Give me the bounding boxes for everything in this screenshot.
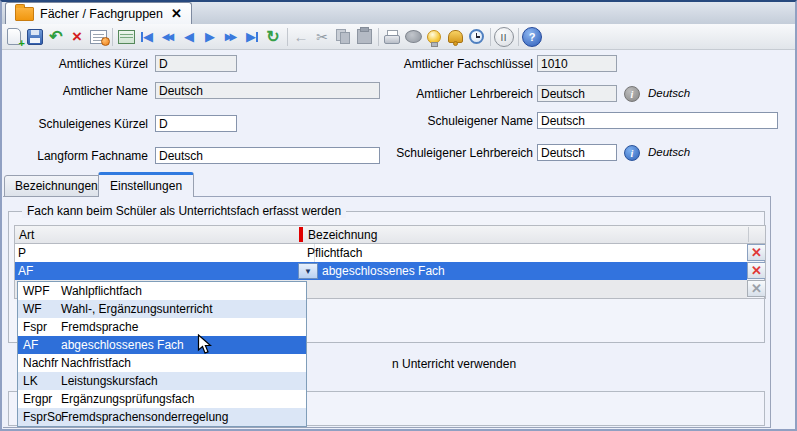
save-button[interactable] xyxy=(25,27,45,47)
amtlicher-lehrbereich-field[interactable] xyxy=(537,85,617,102)
nav-last-button[interactable]: ▶ xyxy=(242,27,262,47)
dropdown-item-fsprso[interactable]: FsprSo Fremdsprachensonderregelung xyxy=(18,408,306,426)
print-button[interactable] xyxy=(382,27,402,47)
toolbar-separator xyxy=(518,28,519,46)
partial-label-unterricht: n Unterricht verwenden xyxy=(392,357,516,371)
double-left-icon: ◀◀ xyxy=(162,32,174,42)
bell-icon xyxy=(448,30,463,43)
art-combobox-button[interactable]: ▼ xyxy=(298,263,318,279)
grid-header: Art Bezeichnung xyxy=(14,225,766,244)
hint-button[interactable] xyxy=(424,27,444,47)
nav-next-button[interactable]: ▶ xyxy=(200,27,220,47)
dropdown-item-nachfr[interactable]: Nachfr Nachfristfach xyxy=(18,354,306,372)
refresh-button[interactable]: ↻ xyxy=(263,27,283,47)
dropdown-item-wf[interactable]: WF Wahl-, Ergänzungsunterricht xyxy=(18,300,306,318)
options-button[interactable]: || xyxy=(494,27,514,47)
groupbox-title: Fach kann beim Schüler als Unterrichtsfa… xyxy=(22,204,346,218)
close-icon[interactable]: ✕ xyxy=(171,7,182,20)
art-dropdown-list: WPF Wahlpflichtfach WF Wahl-, Ergänzungs… xyxy=(17,281,307,427)
nav-prev-fast-button[interactable]: ◀◀ xyxy=(158,27,178,47)
schuleigener-name-field[interactable] xyxy=(537,112,778,129)
cell-bezeichnung[interactable]: abgeschlossenes Fach xyxy=(322,264,445,278)
scissors-icon: ✂ xyxy=(316,30,328,44)
help-button[interactable]: ? xyxy=(522,27,542,47)
schuleigenes-kuerzel-field[interactable] xyxy=(155,115,237,132)
cancel-edit-button[interactable] xyxy=(88,27,108,47)
dropdown-item-af-highlighted[interactable]: AF abgeschlossenes Fach xyxy=(18,336,306,354)
toolbar-separator xyxy=(490,28,491,46)
question-icon: ? xyxy=(529,31,536,43)
snapshot-button[interactable] xyxy=(403,27,423,47)
panel-right-border xyxy=(770,197,771,427)
label-amtlicher-lehrbereich: Amtlicher Lehrbereich xyxy=(380,87,533,101)
dropdown-item-wpf[interactable]: WPF Wahlpflichtfach xyxy=(18,282,306,300)
table-row-selected[interactable]: AF abgeschlossenes Fach xyxy=(14,262,747,280)
form-icon xyxy=(90,30,107,44)
cell-art[interactable]: P xyxy=(18,246,26,260)
left-triangle-icon: ◀ xyxy=(184,30,194,43)
label-schuleigener-lehrbereich: Schuleigener Lehrbereich xyxy=(380,146,533,160)
toolbar-separator xyxy=(287,28,288,46)
reminder-button[interactable] xyxy=(466,27,486,47)
info-icon-gray[interactable]: i xyxy=(624,86,640,102)
undo-icon: ↶ xyxy=(49,29,62,45)
amtlicher-lehrbereich-note: Deutsch xyxy=(648,87,690,99)
panel-bottom-border xyxy=(3,427,771,428)
toolbar-separator xyxy=(378,28,379,46)
nav-prev-button[interactable]: ◀ xyxy=(179,27,199,47)
schuleigener-lehrbereich-field[interactable] xyxy=(537,144,617,161)
delete-row-button[interactable]: ✕ xyxy=(747,244,766,261)
paste-icon xyxy=(357,29,372,44)
tab-einstellungen[interactable]: Einstellungen xyxy=(98,172,194,197)
new-record-button[interactable]: + xyxy=(4,27,24,47)
delete-icon: × xyxy=(72,28,82,45)
undo-button[interactable]: ↶ xyxy=(46,27,66,47)
column-marker-red xyxy=(299,227,303,242)
label-amtliches-kuerzel: Amtliches Kürzel xyxy=(0,57,148,71)
label-schuleigenes-kuerzel: Schuleigenes Kürzel xyxy=(0,117,148,131)
copy-icon xyxy=(336,29,351,44)
delete-button[interactable]: × xyxy=(67,27,87,47)
notification-button[interactable] xyxy=(445,27,465,47)
nav-first-button[interactable]: ◀ xyxy=(137,27,157,47)
delete-row-button[interactable]: ✕ xyxy=(747,262,766,279)
label-amtlicher-fachschluessel: Amtlicher Fachschlüssel xyxy=(380,57,533,71)
refresh-icon: ↻ xyxy=(266,29,279,45)
right-triangle-icon: ▶ xyxy=(205,30,215,43)
lightbulb-icon xyxy=(427,30,441,44)
dropdown-item-lk[interactable]: LK Leistungskursfach xyxy=(18,372,306,390)
save-icon xyxy=(27,29,43,45)
table-view-button[interactable] xyxy=(116,27,136,47)
info-icon-blue[interactable]: i xyxy=(624,145,640,161)
paste-button[interactable] xyxy=(354,27,374,47)
dropdown-item-ergpr[interactable]: Ergpr Ergänzungsprüfungsfach xyxy=(18,390,306,408)
label-amtlicher-name: Amtlicher Name xyxy=(0,84,148,98)
history-back-button[interactable]: ← xyxy=(291,27,311,47)
dropdown-item-fspr[interactable]: Fspr Fremdsprache xyxy=(18,318,306,336)
tab-faecher-fachgruppen[interactable]: Fächer / Fachgruppen ✕ xyxy=(5,2,192,24)
langform-fachname-field[interactable] xyxy=(155,147,380,164)
amtlicher-name-field[interactable] xyxy=(155,82,380,99)
tab-bezeichnungen[interactable]: Bezeichnungen xyxy=(4,175,109,197)
nav-next-fast-button[interactable]: ▶▶ xyxy=(221,27,241,47)
amtliches-kuerzel-field[interactable] xyxy=(155,55,237,72)
nav-first-icon: ◀ xyxy=(143,30,153,43)
column-header-bezeichnung: Bezeichnung xyxy=(308,228,377,242)
column-header-art: Art xyxy=(19,228,34,242)
snapshot-icon xyxy=(405,30,422,43)
cell-bezeichnung[interactable]: Pflichtfach xyxy=(307,246,362,260)
delete-row-button-disabled: ✕ xyxy=(747,280,766,297)
bar-icon xyxy=(256,32,258,42)
copy-button[interactable] xyxy=(333,27,353,47)
toolbar-separator xyxy=(112,28,113,46)
label-langform-fachname: Langform Fachname xyxy=(0,149,148,163)
sliders-icon: || xyxy=(501,32,507,41)
nav-last-icon: ▶ xyxy=(246,30,256,43)
double-right-icon: ▶▶ xyxy=(225,32,237,42)
printer-icon xyxy=(384,30,400,44)
cut-button[interactable]: ✂ xyxy=(312,27,332,47)
cell-art[interactable]: AF xyxy=(18,264,33,278)
amtlicher-fachschluessel-field[interactable] xyxy=(537,55,617,72)
tab-title: Fächer / Fachgruppen xyxy=(40,7,163,21)
table-row[interactable]: P Pflichtfach xyxy=(14,244,747,263)
